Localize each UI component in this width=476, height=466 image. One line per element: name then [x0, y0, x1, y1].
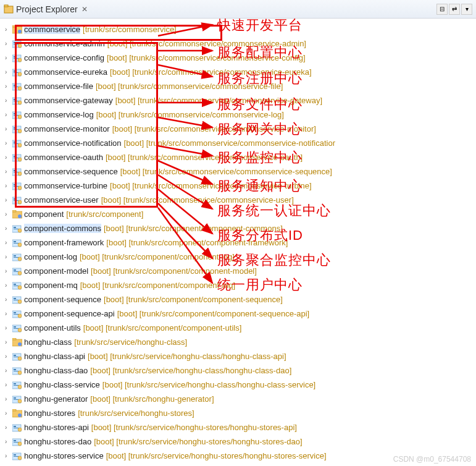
- expand-icon[interactable]: ›: [5, 168, 12, 175]
- tree-item[interactable]: ›component-mq[boot] [trunk/src/component…: [5, 278, 476, 292]
- svg-rect-15: [14, 72, 19, 73]
- expand-icon[interactable]: ›: [5, 452, 12, 459]
- project-icon: [12, 310, 22, 318]
- svg-point-36: [18, 143, 22, 147]
- tree-item[interactable]: ›commonservice-admin[boot] [trunk/src/co…: [5, 36, 476, 51]
- item-meta: [boot] [trunk/src/component/component-fr…: [106, 238, 288, 247]
- expand-icon[interactable]: ›: [5, 239, 12, 246]
- svg-point-83: [18, 314, 22, 318]
- expand-icon[interactable]: ›: [5, 438, 12, 445]
- expand-icon[interactable]: ›: [5, 211, 12, 218]
- view-title: Project Explorer: [16, 4, 78, 14]
- svg-rect-14: [14, 70, 16, 72]
- expand-icon[interactable]: ›: [5, 367, 12, 374]
- svg-point-98: [18, 371, 22, 375]
- svg-rect-70: [14, 271, 19, 272]
- tree-item[interactable]: ›component-commons[boot] [trunk/src/comp…: [5, 221, 476, 235]
- svg-point-8: [18, 44, 22, 48]
- expand-icon[interactable]: ›: [5, 140, 12, 146]
- tree-item[interactable]: ›component-framework[boot] [trunk/src/co…: [5, 235, 476, 250]
- header-bar: Project Explorer ✕ ⊟ ⇄ ▾: [0, 0, 476, 19]
- expand-icon[interactable]: ›: [5, 324, 12, 331]
- tree-item[interactable]: ›honghu-class-service[boot] [trunk/src/s…: [5, 378, 476, 392]
- svg-rect-34: [14, 142, 16, 143]
- item-meta: [boot] [trunk/src/commonservice/commonse…: [96, 82, 283, 91]
- project-icon: [12, 96, 22, 105]
- svg-rect-10: [14, 56, 16, 57]
- svg-rect-105: [14, 399, 19, 400]
- expand-icon[interactable]: ›: [5, 125, 12, 132]
- tree-item[interactable]: ›honghu-stores[trunk/src/service/honghu-…: [5, 406, 476, 420]
- tree-item[interactable]: ›component-utils[boot] [trunk/src/compon…: [5, 321, 476, 335]
- expand-icon[interactable]: ›: [5, 381, 12, 388]
- expand-icon[interactable]: ›: [5, 353, 12, 360]
- item-meta: [boot] [trunk/src/service/honghu-stores/…: [106, 451, 327, 460]
- expand-icon[interactable]: ›: [5, 97, 12, 104]
- item-meta: [boot] [trunk/src/commonservice/commonse…: [115, 96, 322, 105]
- expand-icon[interactable]: ›: [5, 40, 12, 47]
- svg-point-16: [18, 72, 22, 76]
- close-icon[interactable]: ✕: [81, 5, 88, 14]
- project-icon: [12, 139, 22, 148]
- expand-icon[interactable]: ›: [5, 310, 12, 317]
- tree-item[interactable]: ›component-sequence[boot] [trunk/src/com…: [5, 292, 476, 307]
- tree-item[interactable]: ›commonservice-notification[boot] [trunk…: [5, 136, 476, 150]
- expand-icon[interactable]: ›: [5, 253, 12, 260]
- expand-icon[interactable]: ›: [5, 424, 12, 431]
- tree-item[interactable]: ›commonservice-oauth[boot] [trunk/src/co…: [5, 150, 476, 164]
- tree-item[interactable]: ›commonservice-log[boot] [trunk/src/comm…: [5, 108, 476, 122]
- expand-icon[interactable]: ›: [5, 282, 12, 289]
- item-meta: [boot] [trunk/src/component/component-ut…: [83, 323, 242, 333]
- expand-icon[interactable]: ›: [5, 83, 12, 90]
- svg-rect-77: [14, 298, 16, 299]
- project-icon: [12, 253, 22, 261]
- tree-item[interactable]: ›component-sequence-api[boot] [trunk/src…: [5, 307, 476, 321]
- tree-item[interactable]: ›component-model[boot] [trunk/src/compon…: [5, 264, 476, 278]
- tree-item[interactable]: ›component-log[boot] [trunk/src/componen…: [5, 250, 476, 264]
- expand-icon[interactable]: ›: [5, 396, 12, 402]
- tree-item[interactable]: ›honghu-class-api[boot] [trunk/src/servi…: [5, 349, 476, 363]
- view-menu-button[interactable]: ▾: [461, 4, 472, 15]
- tree-item[interactable]: ›commonservice-eureka[boot] [trunk/src/c…: [5, 65, 476, 79]
- tree-item[interactable]: ›commonservice-sequence[boot] [trunk/src…: [5, 164, 476, 179]
- item-name: component-commons: [24, 224, 101, 233]
- tree-item[interactable]: ›commonservice-turbine[boot] [trunk/src/…: [5, 179, 476, 193]
- link-editor-button[interactable]: ⇄: [449, 4, 460, 15]
- svg-point-40: [18, 158, 22, 161]
- tree-item[interactable]: ›commonservice[trunk/src/commonservice]: [5, 22, 476, 36]
- tree-item[interactable]: ›commonservice-user[boot] [trunk/src/com…: [5, 193, 476, 207]
- tree-item[interactable]: ›commonservice-gateway[boot] [trunk/src/…: [5, 93, 476, 108]
- item-name: honghu-stores-api: [24, 423, 89, 432]
- expand-icon[interactable]: ›: [5, 111, 12, 118]
- tree-item[interactable]: ›commonservice-monitor[boot] [trunk/src/…: [5, 122, 476, 136]
- item-name: commonservice: [24, 25, 80, 34]
- expand-icon[interactable]: ›: [5, 154, 12, 161]
- expand-icon[interactable]: ›: [5, 26, 12, 33]
- svg-rect-50: [14, 198, 16, 200]
- tree-item[interactable]: ›honghu-stores-api[boot] [trunk/src/serv…: [5, 420, 476, 434]
- tree-item[interactable]: ›honghu-class-dao[boot] [trunk/src/servi…: [5, 363, 476, 378]
- expand-icon[interactable]: ›: [5, 268, 12, 274]
- item-name: honghu-class-api: [24, 352, 85, 361]
- expand-icon[interactable]: ›: [5, 69, 12, 75]
- svg-rect-3: [12, 25, 16, 27]
- expand-icon[interactable]: ›: [5, 296, 12, 303]
- svg-point-28: [18, 115, 22, 119]
- tree-item[interactable]: ›commonservice-config[boot] [trunk/src/c…: [5, 51, 476, 65]
- expand-icon[interactable]: ›: [5, 225, 12, 232]
- tree-item[interactable]: ›honghu-generator[boot] [trunk/src/hongh…: [5, 392, 476, 406]
- svg-rect-97: [14, 371, 19, 371]
- expand-icon[interactable]: ›: [5, 197, 12, 203]
- tree-item[interactable]: ›honghu-stores-dao[boot] [trunk/src/serv…: [5, 434, 476, 449]
- tree-item[interactable]: ›commonservice-file[boot] [trunk/src/com…: [5, 79, 476, 93]
- item-meta: [boot] [trunk/src/component/component-mq…: [80, 281, 235, 290]
- expand-icon[interactable]: ›: [5, 410, 12, 417]
- watermark: CSDN @m0_67544708: [393, 455, 471, 464]
- expand-icon[interactable]: ›: [5, 339, 12, 345]
- tree-item[interactable]: ›component[trunk/src/component]: [5, 207, 476, 221]
- project-tree[interactable]: ›commonservice[trunk/src/commonservice]›…: [0, 19, 476, 466]
- collapse-all-button[interactable]: ⊟: [436, 4, 448, 15]
- expand-icon[interactable]: ›: [5, 182, 12, 189]
- expand-icon[interactable]: ›: [5, 54, 12, 61]
- tree-item[interactable]: ›honghu-class[trunk/src/service/honghu-c…: [5, 335, 476, 349]
